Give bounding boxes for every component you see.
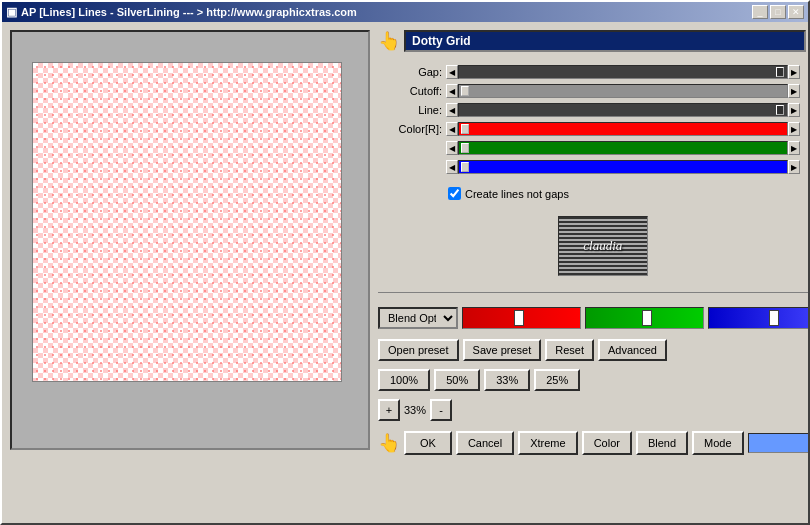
colorR-label: Color[R]: — [378, 123, 446, 135]
colorR-left-btn[interactable]: ◀ — [446, 122, 458, 136]
checkbox-row: Create lines not gaps — [378, 183, 810, 204]
close-button[interactable]: ✕ — [788, 5, 804, 19]
color-button[interactable]: Color — [582, 431, 632, 455]
advanced-button[interactable]: Advanced — [598, 339, 667, 361]
gap-slider-row: Gap: ◀ ▶ 10 — [378, 63, 810, 81]
main-window: ▣ AP [Lines] Lines - SilverLining --- > … — [0, 0, 810, 525]
window-title: AP [Lines] Lines - SilverLining --- > ht… — [21, 6, 357, 18]
line-slider-row: Line: ◀ ▶ 10 — [378, 101, 810, 119]
colorB-value: 0 — [800, 161, 810, 173]
zoom-row: + 33% - — [378, 399, 810, 421]
cutoff-value: -1 — [800, 85, 810, 97]
maximize-button[interactable]: □ — [770, 5, 786, 19]
line-left-btn[interactable]: ◀ — [446, 103, 458, 117]
colorR-slider-row: Color[R]: ◀ ▶ 0 — [378, 120, 810, 138]
line-right-btn[interactable]: ▶ — [788, 103, 800, 117]
cancel-button[interactable]: Cancel — [456, 431, 514, 455]
gap-left-btn[interactable]: ◀ — [446, 65, 458, 79]
sliders-section: Gap: ◀ ▶ 10 Cutoff: ◀ ▶ -1 — [378, 60, 810, 179]
green-color-slider[interactable] — [585, 307, 704, 329]
ok-button[interactable]: OK — [404, 431, 452, 455]
colorB-left-btn[interactable]: ◀ — [446, 160, 458, 174]
left-panel — [10, 30, 370, 450]
line-value: 10 — [800, 104, 810, 116]
titlebar-controls: _ □ ✕ — [752, 5, 804, 19]
titlebar-title: ▣ AP [Lines] Lines - SilverLining --- > … — [6, 5, 357, 19]
preview-canvas — [32, 62, 342, 382]
colorG-slider-row: ◀ ▶ 0 — [378, 139, 810, 157]
red-slider-thumb — [514, 310, 524, 326]
minimize-button[interactable]: _ — [752, 5, 768, 19]
action-buttons-row: Open preset Save preset Reset Advanced — [378, 339, 810, 361]
cutoff-right-btn[interactable]: ▶ — [788, 84, 800, 98]
gap-label: Gap: — [378, 66, 446, 78]
preview-dots — [33, 63, 341, 381]
right-panel: 👆 Dotty Grid ▼ Gap: ◀ ▶ 10 — [378, 30, 810, 515]
cutoff-thumb — [461, 86, 469, 96]
colorB-slider-row: ◀ ▶ 0 — [378, 158, 810, 176]
blue-slider-thumb — [769, 310, 779, 326]
pct-50-button[interactable]: 50% — [434, 369, 480, 391]
colorG-thumb — [461, 143, 469, 153]
divider-1 — [378, 292, 810, 293]
gap-thumb — [776, 67, 784, 77]
gap-value: 10 — [800, 66, 810, 78]
colorR-right-btn[interactable]: ▶ — [788, 122, 800, 136]
cutoff-left-btn[interactable]: ◀ — [446, 84, 458, 98]
colorG-value: 0 — [800, 142, 810, 154]
colorG-right-btn[interactable]: ▶ — [788, 141, 800, 155]
preset-row: 👆 Dotty Grid ▼ — [378, 30, 810, 52]
red-color-slider[interactable] — [462, 307, 581, 329]
blend-dropdown[interactable]: Blend Opti — [378, 307, 458, 329]
hand-icon-bottom: 👆 — [378, 432, 400, 454]
create-lines-checkbox[interactable] — [448, 187, 461, 200]
titlebar: ▣ AP [Lines] Lines - SilverLining --- > … — [2, 2, 808, 22]
pct-33-button[interactable]: 33% — [484, 369, 530, 391]
hand-icon-left: 👆 — [378, 30, 400, 52]
gap-right-btn[interactable]: ▶ — [788, 65, 800, 79]
mode-button[interactable]: Mode — [692, 431, 744, 455]
colorB-slider-track[interactable] — [458, 160, 788, 174]
open-preset-button[interactable]: Open preset — [378, 339, 459, 361]
colorG-slider-track[interactable] — [458, 141, 788, 155]
window-icon: ▣ — [6, 5, 17, 19]
xtreme-button[interactable]: Xtreme — [518, 431, 577, 455]
preview-logo-text: claudia — [583, 238, 622, 254]
blue-color-slider[interactable] — [708, 307, 810, 329]
colorR-slider-track[interactable] — [458, 122, 788, 136]
preview-image: claudia — [558, 216, 648, 276]
line-label: Line: — [378, 104, 446, 116]
main-content: 👆 Dotty Grid ▼ Gap: ◀ ▶ 10 — [2, 22, 808, 523]
save-preset-button[interactable]: Save preset — [463, 339, 542, 361]
cutoff-slider-track[interactable] — [458, 84, 788, 98]
bottom-buttons-row: 👆 OK Cancel Xtreme Color Blend Mode — [378, 431, 810, 455]
pct-buttons-row: 100% 50% 33% 25% — [378, 369, 810, 391]
reset-button[interactable]: Reset — [545, 339, 594, 361]
colorB-thumb — [461, 162, 469, 172]
color-preview-box — [748, 433, 810, 453]
cutoff-label: Cutoff: — [378, 85, 446, 97]
cutoff-slider-row: Cutoff: ◀ ▶ -1 — [378, 82, 810, 100]
zoom-value: 33% — [404, 404, 426, 416]
pct-100-button[interactable]: 100% — [378, 369, 430, 391]
colorG-left-btn[interactable]: ◀ — [446, 141, 458, 155]
preset-dropdown[interactable]: Dotty Grid — [404, 30, 806, 52]
colorB-right-btn[interactable]: ▶ — [788, 160, 800, 174]
color-slider-row: Blend Opti — [378, 307, 810, 329]
gap-slider-track[interactable] — [458, 65, 788, 79]
preset-selected-text: Dotty Grid — [412, 34, 471, 48]
create-lines-label[interactable]: Create lines not gaps — [465, 188, 569, 200]
zoom-minus-button[interactable]: - — [430, 399, 452, 421]
green-slider-thumb — [642, 310, 652, 326]
pct-25-button[interactable]: 25% — [534, 369, 580, 391]
blend-button[interactable]: Blend — [636, 431, 688, 455]
line-slider-track[interactable] — [458, 103, 788, 117]
colorR-thumb — [461, 124, 469, 134]
line-thumb — [776, 105, 784, 115]
preview-img-container: claudia — [378, 212, 810, 280]
colorR-value: 0 — [800, 123, 810, 135]
zoom-plus-button[interactable]: + — [378, 399, 400, 421]
